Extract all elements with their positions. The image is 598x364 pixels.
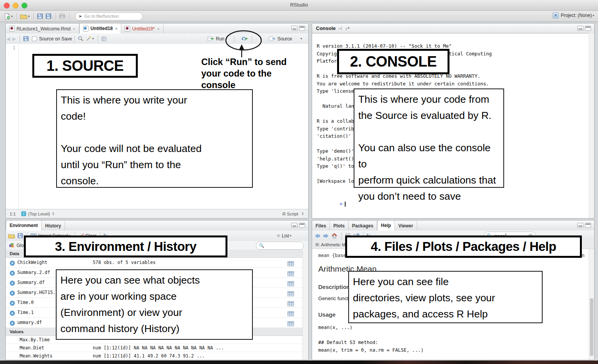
code-tools-icon[interactable]: ▾ <box>85 35 95 43</box>
forward-icon[interactable] <box>322 232 330 240</box>
object-name: Time.1 <box>17 308 34 317</box>
file-type-selector[interactable]: R Script <box>282 212 298 216</box>
object-name: ChickWeight <box>17 258 47 267</box>
view-table-icon[interactable] <box>287 280 294 285</box>
object-name: Summary.2.df <box>17 268 50 277</box>
maximize-pane-icon[interactable] <box>585 26 591 31</box>
chevron-down-icon: ▾ <box>593 14 594 17</box>
print-button[interactable] <box>58 12 66 20</box>
doc-usage-code: mean(x, ...) ## Default S3 method: mean(… <box>318 324 589 354</box>
tab-help[interactable]: Help <box>377 220 395 231</box>
object-value: num [1:12(1d)] NA NA NA NA NA NA NA NA N… <box>93 344 224 352</box>
editor-tab-2[interactable]: Untitled18× <box>79 23 121 34</box>
minimize-pane-icon[interactable] <box>577 26 583 31</box>
scrollbar-thumb[interactable] <box>590 298 593 356</box>
editor-tab-1[interactable]: RLecture1_Welcome.Rmd× <box>6 24 79 33</box>
back-icon[interactable]: ◀ <box>6 35 11 43</box>
chevron-down-icon[interactable]: ▾ <box>301 37 302 40</box>
file-type-icon <box>125 26 130 32</box>
data-object-icon <box>10 290 15 295</box>
view-table-icon[interactable] <box>287 300 294 305</box>
updown-icon: ⇕ <box>52 212 55 216</box>
tab-viewer[interactable]: Viewer <box>395 221 417 230</box>
save-all-button[interactable] <box>45 12 52 20</box>
maximize-pane-icon[interactable] <box>299 26 305 31</box>
tab-label: Untitled19* <box>132 26 155 32</box>
divider <box>69 13 70 20</box>
tab-plots[interactable]: Plots <box>330 221 348 230</box>
console-path: ~/ <box>338 26 342 31</box>
project-menu-button[interactable]: R Project: (None) ▾ <box>553 12 594 18</box>
object-name: Mean.Diet <box>20 344 44 352</box>
chevron-down-icon: ▾ <box>290 234 291 237</box>
object-row[interactable]: Mean.Weightsnum [1:12(1d)] 41.1 49.2 60 … <box>6 352 303 360</box>
source-statusbar: 1:1 f (Top Level) ⇕ R Script ⇕ <box>6 209 308 218</box>
tab-environment[interactable]: Environment <box>6 220 42 231</box>
list-view-button[interactable]: ≡ List ▾ <box>276 232 292 240</box>
help-scrollbar[interactable] <box>589 249 594 360</box>
save-button[interactable] <box>36 12 44 20</box>
minimize-pane-icon[interactable] <box>577 223 583 228</box>
chevron-down-icon: ▾ <box>92 37 94 40</box>
back-icon[interactable] <box>314 232 321 240</box>
view-table-icon[interactable] <box>287 260 294 265</box>
open-file-button[interactable]: ▾ <box>19 12 30 20</box>
minimize-pane-icon[interactable] <box>291 26 297 31</box>
maximize-pane-icon[interactable] <box>585 223 591 228</box>
close-icon[interactable]: × <box>115 26 117 31</box>
r-project-icon: R <box>553 12 559 18</box>
view-table-icon[interactable] <box>287 290 294 295</box>
tab-history[interactable]: History <box>42 221 65 230</box>
editor-tab-3[interactable]: Untitled19*× <box>121 24 163 33</box>
annotation-environment-note: Here you can see what objects are in you… <box>56 269 253 340</box>
object-row[interactable]: ChickWeight578 obs. of 5 variables <box>6 258 303 268</box>
divider <box>234 35 234 42</box>
rstudio-window: RStudio ▾ ▾ ➤ Go to file/function R Proj… <box>0 0 598 364</box>
search-icon[interactable] <box>77 35 84 43</box>
divider <box>20 35 20 42</box>
data-object-icon <box>10 310 15 315</box>
annotation-run-note: Click “Run” to send your code to the con… <box>201 56 290 91</box>
open-workspace-icon[interactable] <box>7 232 16 240</box>
save-workspace-icon[interactable] <box>17 232 24 240</box>
home-icon[interactable] <box>331 232 338 240</box>
forward-icon[interactable]: ▶ <box>12 35 17 43</box>
new-file-button[interactable]: ▾ <box>3 12 13 20</box>
divider <box>55 13 56 20</box>
source-on-save-label: Source on Save <box>39 36 72 42</box>
chevron-down-icon: ▾ <box>28 15 30 18</box>
scope-selector[interactable]: (Top Level) <box>28 212 50 216</box>
view-table-icon[interactable] <box>287 310 294 315</box>
close-icon[interactable]: × <box>73 27 75 31</box>
open-in-window-icon[interactable] <box>345 26 351 31</box>
view-table-icon[interactable] <box>287 270 294 275</box>
tab-files[interactable]: Files <box>312 221 330 230</box>
environment-search-input[interactable]: 🔍 <box>256 242 304 250</box>
object-name: Summary.df <box>17 278 45 287</box>
source-button[interactable]: Source <box>268 35 293 43</box>
minimize-pane-icon[interactable] <box>291 223 297 228</box>
tab-packages[interactable]: Packages <box>349 221 377 230</box>
maximize-pane-icon[interactable] <box>299 223 305 228</box>
environment-scrollbar[interactable] <box>302 250 308 360</box>
data-object-icon <box>10 260 15 265</box>
console-scrollbar[interactable] <box>589 33 594 218</box>
tab-label: RLecture1_Welcome.Rmd <box>17 26 71 32</box>
search-icon: 🔍 <box>259 243 264 248</box>
save-icon[interactable] <box>22 35 30 43</box>
tab-label: Untitled18 <box>90 26 113 31</box>
rerun-button[interactable] <box>241 35 249 43</box>
goto-placeholder: Go to file/function <box>84 14 119 18</box>
compile-notebook-icon[interactable] <box>100 35 108 43</box>
source-on-save-checkbox[interactable] <box>32 36 37 41</box>
object-name: ummary.df <box>17 318 42 327</box>
run-button[interactable]: Run <box>207 35 225 43</box>
object-row[interactable]: Mean.Dietnum [1:12(1d)] NA NA NA NA NA N… <box>6 344 303 352</box>
annotation-environment-title: 3. Environment / History <box>24 235 227 257</box>
run-label: Run <box>216 36 224 42</box>
annotation-console-title: 2. CONSOLE <box>337 49 449 74</box>
file-dot <box>126 27 129 30</box>
goto-file-input[interactable]: ➤ Go to file/function <box>75 12 143 20</box>
view-table-icon[interactable] <box>287 320 294 325</box>
close-icon[interactable]: × <box>157 27 159 31</box>
